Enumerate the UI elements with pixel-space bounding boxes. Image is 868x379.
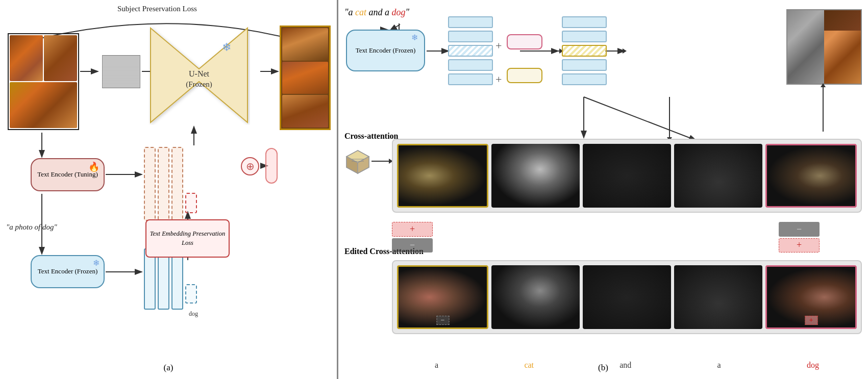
embed-cols-bottom [144,248,197,310]
generated-dog-box [280,26,331,130]
tep-loss-label: Text Embedding Preservation Loss [146,230,229,247]
input-token-bars [448,16,493,85]
cross-attn-maps [392,139,862,213]
final-arrow [823,87,824,132]
arrow-to-output [545,50,560,52]
svg-text:U-Net: U-Net [189,69,210,78]
down-arrow-to-attn [669,97,670,138]
arrow-to-photo [609,50,623,52]
quote-open: "a [344,7,355,17]
main-container: Subject Preservation Loss [0,0,868,379]
dog-label-bottom: dog [189,310,198,318]
cat-dog-photo [786,9,862,85]
cube-arrow [371,161,389,162]
quote-and: and a [366,7,392,17]
pm-overlay-right: − + [779,222,820,252]
dog-image-3 [10,82,77,128]
svg-text:❄: ❄ [222,41,231,54]
output-token-bars [562,16,607,85]
panel-b: "a cat and a dog" ❄ Text Encoder (Frozen… [338,0,868,379]
snowflake-icon-frozen: ❄ [93,258,100,269]
edited-map-5: + [765,265,857,329]
sum-circle: ⊕ [241,157,259,175]
word-dog: dog [392,7,406,17]
svg-text:(Frozen): (Frozen) [186,80,212,89]
unet-shape: ❄ U-Net (Frozen) [148,26,250,125]
subject-loss-label-svg: Subject Preservation Loss [117,5,197,13]
special-token-yellow [507,68,542,83]
token-dog: dog [807,361,819,370]
text-encoder-b-label: Text Encoder (Frozen) [356,46,415,55]
text-encoder-frozen-label: Text Encoder (Frozen) [38,267,97,276]
fire-icon: 🔥 [88,161,100,173]
svg-line-24 [584,97,696,140]
edited-attn-maps: − + [392,260,862,334]
photo-of-dog-text: "a photo of dog" [6,223,57,232]
token-a: a [435,361,438,370]
cross-attn-label: Cross-attention [344,132,398,141]
quote-text: "a cat and a dog" [344,7,409,18]
dog-images-box [8,33,79,130]
pm-overlay-left: + − [392,222,433,252]
noise-box [102,55,140,88]
attn-map-1 [397,144,488,208]
dog-image-2 [44,35,77,81]
text-encoder-b: ❄ Text Encoder (Frozen) [346,30,425,71]
attn-map-3 [583,144,671,208]
snowflake-b: ❄ [411,33,418,42]
panel-a: Subject Preservation Loss [0,0,337,379]
token-and: and [619,361,631,370]
edited-map-3 [583,265,671,329]
edited-map-2 [491,265,580,329]
attn-map-4 [674,144,762,208]
edited-map-1: − [397,265,488,329]
edited-map-4 [674,265,762,329]
token-cat: cat [524,361,534,370]
word-cat: cat [355,7,366,17]
text-encoder-tuning: 🔥 Text Encoder (Tuning) [31,158,105,191]
token-a2: a [717,361,721,370]
plus-2: + [495,73,502,86]
quote-close: " [406,7,410,17]
attn-map-2 [491,144,580,208]
panel-b-label: (b) [598,363,608,373]
attn-map-5 [765,144,857,208]
tep-loss-box: Text Embedding Preservation Loss [145,219,230,258]
embed-cols-top [144,147,197,221]
panel-a-label: (a) [164,363,173,373]
token-labels: a cat and a dog [392,361,862,370]
dog-image-1 [10,35,43,81]
result-embed-bar [265,148,278,184]
special-token-pink [507,34,542,49]
cube-icon [344,148,371,174]
text-encoder-frozen: ❄ Text Encoder (Frozen) [31,255,105,288]
plus-1: + [495,39,502,53]
